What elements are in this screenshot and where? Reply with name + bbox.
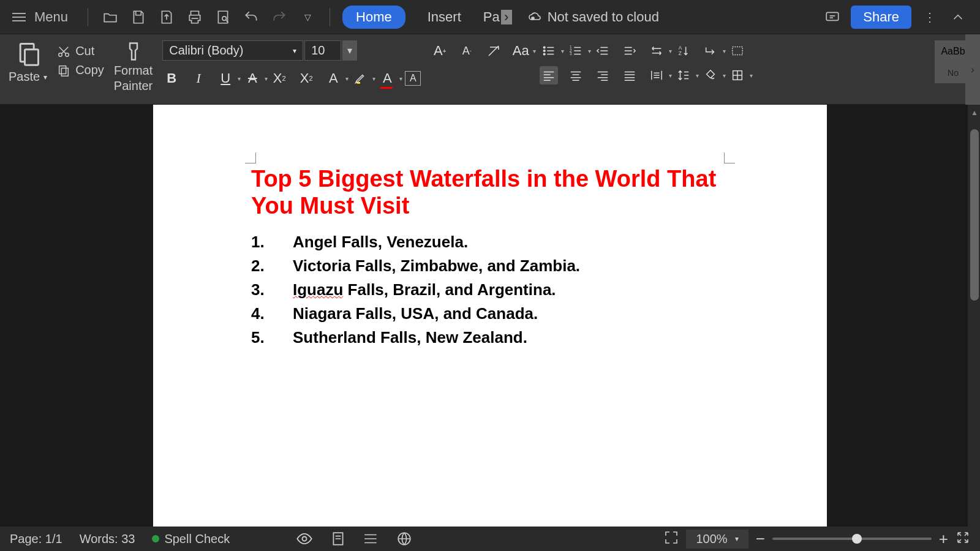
more-icon[interactable]: ⋮ (920, 7, 940, 27)
comment-icon[interactable] (823, 7, 842, 27)
zoom-level[interactable]: 100%▾ (686, 530, 748, 549)
font-size-dropdown[interactable]: ▾ (342, 40, 357, 61)
show-marks-button[interactable] (728, 42, 747, 60)
tab-insert[interactable]: Insert (414, 6, 475, 29)
clear-format-button[interactable] (484, 42, 503, 60)
char-border-button[interactable]: A (405, 71, 421, 86)
line-spacing-button[interactable] (674, 66, 693, 84)
font-color-button[interactable]: A (378, 69, 396, 88)
zoom-slider[interactable] (772, 538, 932, 540)
strikethrough-button[interactable]: A (243, 69, 262, 88)
increase-indent-button[interactable] (620, 42, 639, 60)
font-name-select[interactable]: Calibri (Body)▾ (162, 40, 303, 61)
line-break-button[interactable] (701, 42, 720, 60)
shading-button[interactable] (701, 66, 720, 84)
margin-corner (245, 152, 256, 163)
underline-button[interactable]: U (216, 69, 235, 88)
web-view-icon[interactable] (396, 531, 412, 547)
undo-icon[interactable] (241, 7, 261, 27)
shrink-font-button[interactable]: A- (458, 42, 476, 60)
tab-home[interactable]: Home (342, 6, 405, 29)
export-icon[interactable] (157, 7, 176, 27)
dropdown-toggle-icon[interactable]: ▽ (298, 7, 317, 27)
scroll-up-icon[interactable]: ▲ (970, 108, 979, 117)
svg-point-0 (222, 16, 227, 20)
number-list-button[interactable]: 123 (567, 42, 585, 60)
subscript-button[interactable]: X2 (297, 69, 315, 88)
grow-font-button[interactable]: A+ (431, 42, 449, 60)
outline-view-icon[interactable] (363, 531, 379, 547)
list-item[interactable]: 2.Victoria Falls, Zimbabwe, and Zambia. (251, 257, 729, 276)
borders-button[interactable] (728, 66, 747, 84)
zoom-out-button[interactable]: − (756, 530, 765, 549)
text-effects-button[interactable]: A (324, 69, 342, 88)
redo-icon[interactable] (270, 7, 289, 27)
paste-icon[interactable] (15, 40, 42, 67)
document-list[interactable]: 1.Angel Falls, Venezuela.2.Victoria Fall… (251, 233, 729, 347)
page[interactable]: Top 5 Biggest Waterfalls in the World Th… (153, 105, 827, 551)
svg-point-10 (544, 50, 546, 52)
svg-rect-8 (61, 68, 68, 76)
separator (88, 8, 88, 26)
svg-point-11 (544, 53, 546, 55)
fit-page-icon[interactable] (664, 530, 679, 548)
superscript-button[interactable]: X2 (270, 69, 288, 88)
paste-group: Paste▾ (9, 40, 47, 84)
bold-button[interactable]: B (162, 69, 181, 88)
align-center-button[interactable] (567, 66, 585, 84)
ribbon-scroll-right[interactable]: › (965, 34, 980, 105)
print-preview-icon[interactable] (213, 7, 233, 27)
scroll-thumb[interactable] (970, 129, 979, 301)
scrollbar[interactable]: ▲ ▼ (968, 105, 980, 551)
svg-point-9 (544, 47, 546, 48)
margin-corner (724, 152, 735, 163)
align-left-button[interactable] (540, 66, 558, 84)
cloud-status[interactable]: Not saved to cloud (528, 9, 659, 25)
change-case-button[interactable]: Aa (511, 42, 530, 60)
list-item[interactable]: 4.Niagara Falls, USA, and Canada. (251, 304, 729, 323)
svg-point-19 (303, 537, 307, 541)
copy-button[interactable]: Copy (57, 63, 104, 77)
document-title[interactable]: Top 5 Biggest Waterfalls in the World Th… (251, 166, 729, 219)
word-count[interactable]: Words: 33 (80, 532, 135, 546)
top-bar: Menu ▽ Home Insert Pa› Not saved to clou… (0, 0, 980, 34)
svg-rect-17 (733, 47, 743, 55)
decrease-indent-button[interactable] (594, 42, 612, 60)
align-distribute-button[interactable] (647, 66, 666, 84)
highlight-button[interactable] (351, 69, 369, 88)
svg-rect-2 (827, 12, 839, 20)
font-size-input[interactable]: 10 (304, 40, 341, 61)
spell-check-status[interactable]: Spell Check (152, 532, 230, 546)
hamburger-icon[interactable] (12, 13, 26, 21)
align-right-button[interactable] (594, 66, 612, 84)
save-icon[interactable] (129, 7, 148, 27)
chevron-right-icon[interactable]: › (501, 10, 512, 24)
svg-text:A: A (679, 45, 682, 51)
print-icon[interactable] (185, 7, 205, 27)
cut-button[interactable]: Cut (57, 44, 104, 58)
sort-button[interactable]: AZ (674, 42, 693, 60)
list-item[interactable]: 3.Iguazu Falls, Brazil, and Argentina. (251, 280, 729, 299)
svg-rect-4 (24, 50, 38, 66)
text-direction-button[interactable] (647, 42, 666, 60)
list-item[interactable]: 1.Angel Falls, Venezuela. (251, 233, 729, 252)
format-painter-button[interactable]: Format Painter (114, 40, 153, 93)
svg-text:3: 3 (570, 51, 572, 56)
share-button[interactable]: Share (851, 6, 911, 29)
collapse-ribbon-icon[interactable] (948, 7, 968, 27)
menu-button[interactable]: Menu (34, 9, 68, 25)
fullscreen-icon[interactable] (956, 530, 970, 548)
paste-button[interactable]: Paste▾ (9, 70, 47, 84)
bullet-list-button[interactable] (540, 42, 558, 60)
document-area: Top 5 Biggest Waterfalls in the World Th… (0, 105, 980, 551)
open-icon[interactable] (100, 7, 120, 27)
align-justify-button[interactable] (620, 66, 639, 84)
zoom-in-button[interactable]: + (939, 530, 948, 549)
tab-truncated[interactable]: Pa› (483, 9, 512, 25)
list-item[interactable]: 5.Sutherland Falls, New Zealand. (251, 328, 729, 347)
italic-button[interactable]: I (189, 69, 208, 88)
eye-icon[interactable] (296, 530, 313, 547)
page-indicator[interactable]: Page: 1/1 (10, 532, 62, 546)
ribbon: Paste▾ Cut Copy Format Painter Calibri (… (0, 34, 980, 105)
page-view-icon[interactable] (330, 531, 346, 547)
